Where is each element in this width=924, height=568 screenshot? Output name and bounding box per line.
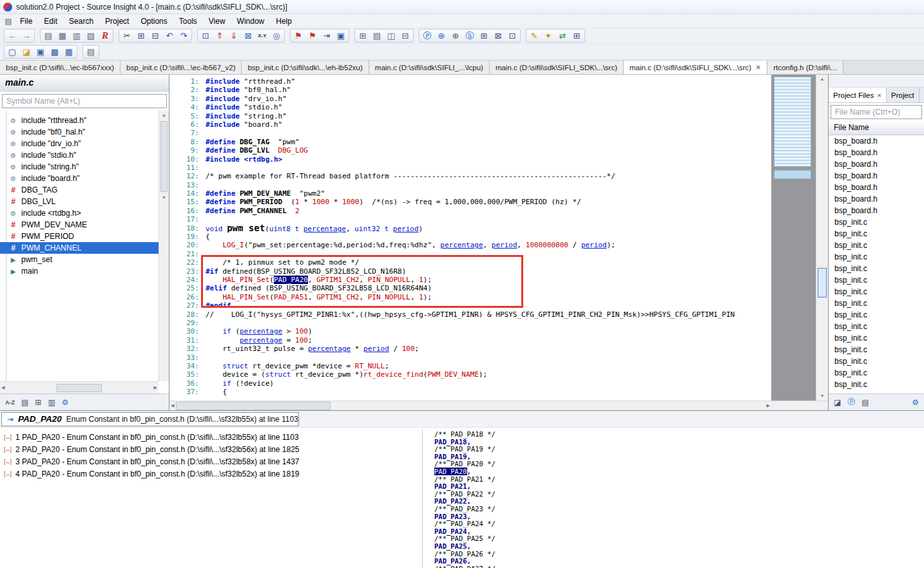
key-icon[interactable]: ✦ xyxy=(541,30,555,42)
code-line[interactable]: 18:void pwm_set(uint8_t percentage, uint… xyxy=(169,224,771,232)
search-next-icon[interactable]: ⇓ xyxy=(227,30,241,42)
code-line[interactable]: 12:/* pwm example for RT-Thread based pl… xyxy=(169,172,771,180)
file-list-item[interactable]: bsp_init.c xyxy=(829,332,924,344)
code-line[interactable]: 13: xyxy=(169,181,771,189)
editor-vscrollbar[interactable]: ▲ ▼ xyxy=(816,75,828,401)
menu-tools[interactable]: Tools xyxy=(173,15,203,28)
code-line[interactable]: 19:{ xyxy=(169,232,771,241)
code-line[interactable]: 26: HAL_PIN_Set(PAD_PA51, GPTIM1_CH2, PI… xyxy=(169,293,771,301)
doc-check-icon[interactable]: ▦ xyxy=(55,30,70,42)
code-line[interactable]: 5:#include "string.h" xyxy=(169,112,771,120)
code-line[interactable]: 31: percentage = 100; xyxy=(169,336,771,345)
close-icon[interactable]: × xyxy=(877,91,881,99)
symbol-item[interactable]: ⚙include "bf0_hal.h" xyxy=(0,126,159,138)
preview-line[interactable]: PAD_PA26, xyxy=(434,558,924,565)
symbol-list-scrollbar[interactable]: ▲ ▼ xyxy=(159,111,169,381)
cut-icon[interactable]: ✂ xyxy=(120,30,134,42)
file-tab[interactable]: bsp_init.c (D:\sifli\...\ec-lb567_v2) xyxy=(120,61,242,74)
symbol-item[interactable]: #DBG_LVL xyxy=(0,196,159,207)
file-list-item[interactable]: bsp_board.h xyxy=(829,170,924,182)
gear-icon[interactable]: ⚙ xyxy=(912,398,919,407)
doc-book-icon[interactable]: ▥ xyxy=(70,30,84,42)
symbol-item[interactable]: ⚙include "stdio.h" xyxy=(0,149,159,161)
code-line[interactable]: 24: HAL_PIN_Set(PAD_PA20, GPTIM1_CH2, PI… xyxy=(169,276,771,284)
scroll-left-icon[interactable]: ◀ xyxy=(1,383,5,392)
file-list-item[interactable]: bsp_init.c xyxy=(829,251,924,263)
symbol-item[interactable]: #DBG_TAG xyxy=(0,184,159,196)
code-line[interactable]: 21: xyxy=(169,250,771,258)
file-list-item[interactable]: bsp_init.c xyxy=(829,263,924,274)
file-list-item[interactable]: bsp_board.h xyxy=(829,182,924,193)
menu-project[interactable]: Project xyxy=(99,15,135,28)
search-result-item[interactable]: [↔]2 PAD_PA20 - Enum Constant in bf0_pin… xyxy=(0,443,421,455)
symbol-item[interactable]: #PWM_CHANNEL xyxy=(0,242,159,254)
highlighter-icon[interactable]: ✎ xyxy=(527,30,541,42)
window-rows-icon[interactable]: ▤ xyxy=(370,30,384,42)
play-icon[interactable]: Ⓟ xyxy=(847,397,855,408)
print-icon[interactable]: ▤ xyxy=(84,46,98,58)
file-list-item[interactable]: bsp_init.c xyxy=(829,367,924,379)
file-list-item[interactable]: bsp_init.c xyxy=(829,379,924,390)
search-result-item[interactable]: [↔]3 PAD_PA20 - Enum Constant in bf0_pin… xyxy=(0,455,421,468)
file-name-input[interactable] xyxy=(831,105,922,119)
indent-icon[interactable]: ⇥ xyxy=(320,30,334,42)
list-icon[interactable]: ▤ xyxy=(861,398,869,407)
code-line[interactable]: 35: device = (struct rt_device_pwm *)rt_… xyxy=(169,370,771,379)
minimap-hscrollbar[interactable] xyxy=(771,401,828,410)
preview-line[interactable]: /** PAD_PA22 */ xyxy=(434,491,924,498)
save-icon[interactable]: ▣ xyxy=(34,46,48,58)
r-logo-icon[interactable]: R xyxy=(98,30,112,42)
window-split-icon[interactable]: ⊞ xyxy=(356,30,370,42)
new-file-icon[interactable]: ▢ xyxy=(5,46,19,58)
doc-export-icon[interactable]: ⊡ xyxy=(505,30,519,42)
code-line[interactable]: 28:// LOG_I("hysys_GPTIM2_PINR1:%x",((hw… xyxy=(169,310,771,319)
file-list-item[interactable]: bsp_init.c xyxy=(829,321,924,332)
sync-icon[interactable]: ⇄ xyxy=(555,30,570,42)
symbol-search-input[interactable] xyxy=(2,94,167,108)
tab-project-files[interactable]: Project Files × xyxy=(829,88,887,102)
list-icon[interactable]: ▤ xyxy=(21,398,28,407)
code-line[interactable]: 7: xyxy=(169,129,771,137)
search-files-icon[interactable]: ⊡ xyxy=(198,30,213,42)
code-line[interactable]: 34: struct rt_device_pwm *device = RT_NU… xyxy=(169,362,771,370)
close-icon[interactable]: × xyxy=(755,63,761,72)
code-line[interactable]: 30: if (percentage > 100) xyxy=(169,327,771,336)
xy-search-icon[interactable]: X-Y xyxy=(255,30,269,42)
play-icon[interactable]: Ⓟ xyxy=(420,30,434,42)
goto-icon[interactable]: ▣ xyxy=(334,30,348,42)
code-preview[interactable]: /** PAD_PA18 */PAD_PA18,/** PAD_PA19 */P… xyxy=(422,429,924,568)
flag-next-icon[interactable]: ⚑ xyxy=(305,30,320,42)
preview-line[interactable]: /** PAD_PA21 */ xyxy=(434,476,924,484)
code-line[interactable]: 15:#define PWM_PERIOD (1 * 1000 * 1000) … xyxy=(169,198,771,206)
code-line[interactable]: 3:#include "drv_io.h" xyxy=(169,95,771,103)
file-tab[interactable]: main.c (D:\sifli\sdk\SIFLI_SDK\...\src) xyxy=(490,61,624,74)
context-icon[interactable]: ⊕ xyxy=(448,30,463,42)
code-editor[interactable]: 1:#include "rtthread.h"2:#include "bf0_h… xyxy=(169,75,771,401)
code-line[interactable]: 29: xyxy=(169,319,771,327)
file-list-item[interactable]: bsp_board.h xyxy=(829,205,924,216)
preview-line[interactable]: /** PAD_PA20 */ xyxy=(434,460,924,468)
file-list-item[interactable]: bsp_init.c xyxy=(829,286,924,298)
file-tab[interactable]: bsp_init.c (D:\sifli\...\ec-lb567xxx) xyxy=(0,61,120,74)
search-prev-icon[interactable]: ⇑ xyxy=(213,30,227,42)
code-line[interactable]: 37: { xyxy=(169,388,771,396)
file-list-item[interactable]: bsp_board.h xyxy=(829,147,924,158)
file-list-item[interactable]: bsp_init.c xyxy=(829,355,924,367)
members-icon[interactable]: ⊞ xyxy=(35,398,41,407)
document-icon[interactable]: ▤ xyxy=(3,17,14,26)
preview-line[interactable]: /** PAD_PA19 */ xyxy=(434,446,924,453)
code-line[interactable]: 25:#elif defined (BSP_USING_BOARD_SF32LB… xyxy=(169,284,771,292)
symbol-item[interactable]: ⚙include "board.h" xyxy=(0,173,159,184)
code-line[interactable]: 32: rt_uint32_t pulse = percentage * per… xyxy=(169,345,771,353)
code-line[interactable]: 23:#if defined(BSP_USING_BOARD_SF32LB52_… xyxy=(169,267,771,276)
menu-file[interactable]: File xyxy=(14,15,38,28)
symbol-item[interactable]: ⚙include "drv_io.h" xyxy=(0,138,159,149)
file-list-item[interactable]: bsp_init.c xyxy=(829,228,924,240)
menu-options[interactable]: Options xyxy=(135,15,173,28)
symbol-item[interactable]: ⚙include <rtdbg.h> xyxy=(0,207,159,219)
preview-line[interactable]: /** PAD_PA18 */ xyxy=(434,431,924,439)
copy-icon[interactable]: ⊞ xyxy=(134,30,148,42)
preview-line[interactable]: /** PAD_PA25 */ xyxy=(434,535,924,543)
search-doc-icon[interactable]: ⊠ xyxy=(241,30,255,42)
menu-edit[interactable]: Edit xyxy=(38,15,63,28)
